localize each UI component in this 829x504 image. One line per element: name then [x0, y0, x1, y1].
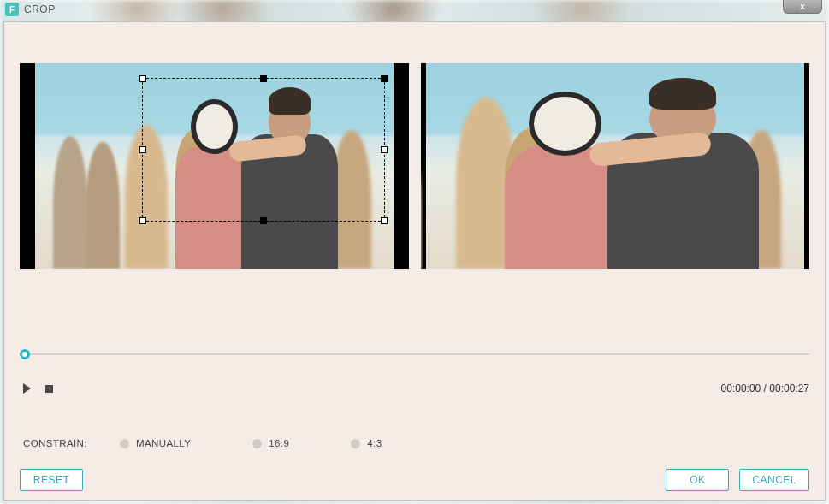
timeline-playhead[interactable] — [20, 349, 30, 359]
play-button[interactable] — [20, 382, 33, 395]
constrain-row: CONSTRAIN: MANUALLY 16:9 4:3 — [23, 433, 806, 454]
close-button[interactable]: x — [783, 0, 822, 14]
crop-handle-middle-left[interactable] — [139, 146, 146, 153]
radio-label: 16:9 — [269, 438, 289, 448]
radio-icon — [252, 439, 262, 448]
crop-handle-bottom-middle[interactable] — [260, 217, 267, 224]
preview-row — [20, 63, 809, 269]
ok-button[interactable]: OK — [666, 469, 729, 491]
crop-handle-bottom-left[interactable] — [139, 217, 146, 224]
time-display: 00:00:00 / 00:00:27 — [721, 382, 809, 394]
play-icon — [23, 383, 31, 394]
reset-button[interactable]: RESET — [20, 469, 83, 491]
radio-icon — [351, 439, 360, 448]
crop-handle-top-middle[interactable] — [260, 75, 267, 82]
constrain-label: CONSTRAIN: — [23, 438, 87, 448]
close-icon: x — [800, 2, 805, 11]
radio-label: MANUALLY — [136, 438, 191, 448]
crop-handle-top-right[interactable] — [381, 75, 388, 82]
playback-controls: 00:00:00 / 00:00:27 — [20, 380, 809, 397]
crop-result-pane — [421, 63, 810, 269]
app-icon: F — [5, 3, 19, 16]
timeline-track — [20, 353, 809, 355]
constrain-option-manually[interactable]: MANUALLY — [120, 438, 191, 448]
crop-dialog: 00:00:00 / 00:00:27 CONSTRAIN: MANUALLY … — [3, 21, 826, 501]
constrain-option-16-9[interactable]: 16:9 — [252, 438, 289, 448]
crop-handle-bottom-right[interactable] — [381, 217, 388, 224]
time-separator: / — [761, 382, 769, 394]
crop-source-pane[interactable] — [20, 63, 409, 269]
radio-label: 4:3 — [367, 438, 382, 448]
radio-icon — [120, 439, 129, 448]
titlebar: F CROP x — [0, 0, 829, 19]
timeline[interactable] — [20, 348, 809, 360]
dialog-button-row: RESET OK CANCEL — [20, 465, 809, 495]
constrain-option-4-3[interactable]: 4:3 — [351, 438, 382, 448]
crop-rectangle[interactable] — [142, 78, 385, 222]
window-title: CROP — [24, 3, 56, 15]
duration: 00:00:27 — [769, 382, 809, 394]
stop-icon — [45, 385, 53, 393]
crop-handle-middle-right[interactable] — [381, 146, 388, 153]
result-video-frame — [426, 63, 805, 269]
current-time: 00:00:00 — [721, 382, 761, 394]
crop-handle-top-left[interactable] — [139, 75, 146, 82]
stop-button[interactable] — [42, 382, 56, 395]
cancel-button[interactable]: CANCEL — [739, 469, 809, 491]
